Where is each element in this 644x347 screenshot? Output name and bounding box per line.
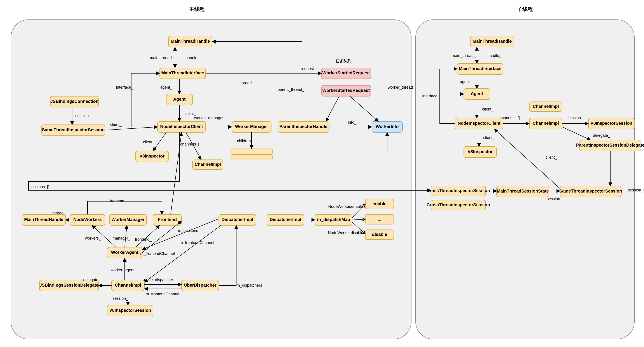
- svg-text:disable: disable: [372, 232, 387, 237]
- svg-text:SameThreadInspectorSession: SameThreadInspectorSession: [42, 127, 105, 132]
- node-ud: UberDispatcher: [182, 280, 219, 291]
- node-mti-left: MainThreadInterface: [160, 68, 206, 79]
- label-client-l: client_: [184, 111, 196, 116]
- label-client-stisr: client_: [546, 155, 557, 160]
- node-nic-left: NodeInspectorClient: [158, 122, 206, 132]
- label-main-thread-l: main_thread_: [150, 56, 174, 60]
- label-main-thread-r: main_thread_: [452, 54, 476, 58]
- node-wm-bottom: WorkerManager: [110, 214, 146, 225]
- label-nw-enable: NodeWorker.enable: [328, 204, 363, 209]
- node-agent-left: Agent: [166, 94, 192, 105]
- svg-text:WorkerStartedRequest: WorkerStartedRequest: [322, 70, 370, 75]
- label-channels-r: channels_[]: [500, 116, 520, 120]
- label-sessions: sessions_[]: [30, 185, 49, 189]
- label-handle-r: handle_: [488, 54, 502, 58]
- node-di2: DispatcherImpl: [267, 214, 304, 225]
- label-handle-l: handle_: [186, 56, 200, 60]
- svg-text:V8InspectorSession: V8InspectorSession: [109, 308, 151, 313]
- svg-text:V8Inspector: V8Inspector: [468, 149, 493, 154]
- svg-text:enable: enable: [372, 201, 386, 206]
- svg-text:m_dispatchMap: m_dispatchMap: [317, 217, 350, 222]
- label-session-jsbc: session_: [75, 114, 91, 118]
- svg-text:NodeInspectorClient: NodeInspectorClient: [458, 121, 500, 126]
- svg-text:MainThreadInterface: MainThreadInterface: [161, 70, 204, 75]
- node-wsr2: WorkerStartedRequest: [322, 85, 371, 96]
- svg-text:SameThreadInspectorSession: SameThreadInspectorSession: [559, 188, 622, 194]
- label-wm: worker_manager_: [194, 116, 226, 120]
- node-mti-right: MainThreadInterface: [457, 64, 503, 74]
- label-m-backend: m_backend: [178, 228, 198, 233]
- svg-text:V8Inspector: V8Inspector: [140, 154, 165, 158]
- node-di1: DispatcherImpl: [219, 214, 256, 225]
- svg-text:WorkerAgent: WorkerAgent: [111, 250, 138, 255]
- svg-text:Agent: Agent: [471, 91, 483, 96]
- node-dots: ...: [365, 214, 394, 224]
- node-stis-right: SameThreadInspectorSession: [559, 186, 622, 197]
- node-mth-left: MainThreadHandle: [168, 36, 212, 47]
- title-queue: 任务队列: [335, 59, 351, 63]
- svg-text:WorkerStartedRequest: WorkerStartedRequest: [322, 88, 370, 93]
- svg-text:JSBindingsConnection: JSBindingsConnection: [50, 99, 98, 104]
- label-client-r: client_: [482, 107, 494, 112]
- node-dispatchmap: m_dispatchMap: [315, 214, 352, 225]
- svg-text:Agent: Agent: [173, 97, 186, 102]
- svg-text:CrossThreadInspectorSession: CrossThreadInspectorSession: [426, 188, 490, 193]
- label-node-dispatcher: node_dispatcher_: [144, 278, 176, 282]
- node-mth-right: MainThreadHandle: [470, 36, 514, 47]
- label-workers: workers_: [85, 236, 101, 241]
- node-ci-bottom: ChannelImpl: [112, 280, 144, 291]
- svg-text:ChannelImpl: ChannelImpl: [115, 283, 141, 288]
- node-ci-r2: ChannelImpl: [530, 118, 562, 129]
- node-children: [231, 149, 272, 160]
- node-disable: disable: [365, 230, 394, 240]
- svg-text:UberDispatcher: UberDispatcher: [184, 283, 216, 288]
- label-frontend-top: frontend_: [110, 199, 127, 204]
- node-ci-left: ChannelImpl: [192, 160, 223, 170]
- svg-text:ChannelImpl: ChannelImpl: [195, 162, 221, 167]
- label-channels-l: channels_[]: [180, 142, 200, 146]
- label-interface-r: interface_: [422, 94, 440, 98]
- svg-text:NodeWorkers: NodeWorkers: [73, 217, 102, 222]
- node-workeragent: WorkerAgent: [107, 247, 142, 258]
- svg-text:Frontend: Frontend: [158, 217, 177, 222]
- svg-text:ParentInspectorSessionDelegate: ParentInspectorSessionDelegate: [576, 143, 644, 148]
- label-request: request_: [301, 66, 316, 71]
- node-wm: WorkerManager: [232, 122, 271, 132]
- svg-rect-17: [231, 155, 272, 160]
- label-session-b: session_: [112, 296, 128, 301]
- title-main-thread: 主线程: [189, 6, 205, 12]
- label-client-stis: client_: [110, 122, 122, 127]
- label-worker-agent: worker_agent_: [110, 268, 137, 272]
- title-child-thread: 子线程: [517, 6, 533, 12]
- node-ctis2: CrossThreadInspectorSession: [426, 200, 490, 210]
- svg-text:ChannelImpl: ChannelImpl: [533, 121, 559, 126]
- node-nodeworkers: NodeWorkers: [70, 214, 105, 225]
- label-info: info_: [348, 120, 356, 125]
- svg-text:...: ...: [378, 216, 382, 222]
- svg-text:MainThreadHandle: MainThreadHandle: [473, 39, 512, 44]
- label-mfc-di1: m_frontendChannel: [180, 240, 214, 245]
- label-mfc-ud: m_frontendChannel: [146, 292, 180, 296]
- node-wi: WorkerInfo: [372, 122, 402, 132]
- node-mtss: MainThreadSessionState: [496, 186, 549, 197]
- label-client-v8i-l: client_: [143, 140, 155, 144]
- label-delegate-r: delegate_: [593, 133, 610, 138]
- node-jsbc: JSBindingsConnection: [50, 96, 98, 107]
- group-child-thread: [416, 20, 634, 339]
- node-vis-right: V8InspectorSession: [588, 118, 634, 129]
- svg-text:WorkerManager: WorkerManager: [235, 124, 268, 129]
- svg-text:NodeInspectorClient: NodeInspectorClient: [160, 124, 203, 129]
- svg-text:MainThreadSessionState: MainThreadSessionState: [497, 188, 549, 194]
- svg-text:JSBindingsSessionDelegate: JSBindingsSessionDelegate: [40, 283, 98, 288]
- label-agent-l: agent_: [160, 85, 172, 90]
- node-ci-r1: ChannelImpl: [530, 102, 562, 112]
- node-frontend: Frontend: [153, 214, 182, 225]
- label-session-id: session_id: [628, 188, 644, 192]
- node-v8i-left: V8Inspector: [136, 151, 168, 162]
- svg-text:MainThreadHandle: MainThreadHandle: [24, 217, 64, 222]
- svg-rect-16: [231, 149, 272, 154]
- label-client-v8i-r: client_: [483, 136, 495, 140]
- svg-text:CrossThreadInspectorSession: CrossThreadInspectorSession: [426, 202, 490, 207]
- label-manager: manager_: [112, 236, 130, 241]
- node-wsr1: WorkerStartedRequest: [322, 68, 371, 79]
